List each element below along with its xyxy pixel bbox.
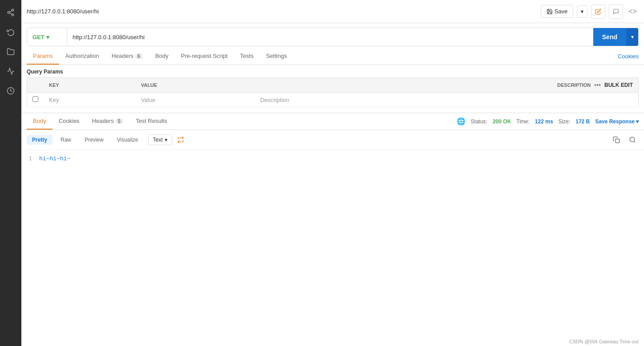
url-input[interactable] (67, 28, 593, 46)
svg-point-7 (630, 137, 635, 142)
value-cell[interactable]: Value (136, 93, 255, 107)
share-icon[interactable] (3, 4, 19, 20)
history-icon[interactable] (3, 24, 19, 40)
format-visualize-button[interactable]: Visualize (112, 135, 144, 145)
copy-button[interactable] (610, 134, 623, 146)
main-content: http://127.0.0.1:8080/user/hi Save ▾ (21, 0, 644, 346)
svg-point-2 (12, 14, 14, 16)
send-chevron-button[interactable]: ▾ (626, 28, 638, 46)
line-number-1: 1 (21, 155, 39, 162)
response-tab-cookies-label: Cookies (59, 118, 80, 124)
tab-body[interactable]: Body (149, 48, 175, 65)
tab-body-label: Body (155, 53, 169, 59)
status-value: 200 OK (493, 118, 511, 125)
response-tab-test-results-label: Test Results (136, 118, 167, 124)
url-display: http://127.0.0.1:8080/user/hi (27, 8, 541, 15)
svg-point-0 (12, 9, 14, 12)
table-row: Key Value Description (27, 93, 639, 107)
response-tab-headers-label: Headers (92, 118, 114, 124)
clock-icon[interactable] (3, 83, 19, 99)
comment-button[interactable] (609, 4, 623, 19)
type-chevron-icon: ▾ (165, 137, 167, 143)
type-selector-label: Text (153, 137, 163, 143)
tab-authorization-label: Authorization (65, 53, 99, 59)
th-description: DESCRIPTION ••• Bulk Edit (255, 78, 639, 93)
tab-headers-badge: 6 (135, 53, 143, 59)
response-tab-headers[interactable]: Headers5 (86, 113, 130, 130)
svg-rect-6 (616, 139, 620, 143)
size-label: Size: (559, 118, 571, 125)
svg-line-4 (9, 11, 12, 12)
svg-line-8 (634, 141, 635, 142)
method-label: GET (32, 34, 45, 41)
format-raw-button[interactable]: Raw (55, 135, 77, 145)
response-tab-cookies[interactable]: Cookies (53, 113, 86, 130)
collection-icon[interactable] (3, 44, 19, 60)
tab-settings-label: Settings (266, 53, 287, 59)
tab-headers-label: Headers (112, 53, 134, 59)
edit-button[interactable] (591, 4, 605, 19)
method-chevron-icon: ▾ (46, 34, 49, 41)
sidebar (0, 0, 21, 346)
row-checkbox[interactable] (27, 93, 44, 107)
size-value: 172 B (575, 118, 590, 125)
svg-point-1 (8, 12, 10, 14)
save-label: Save (555, 8, 568, 15)
response-section: Body Cookies Headers5 Test Results 🌐 Sta… (21, 113, 644, 346)
globe-icon: 🌐 (457, 117, 466, 126)
response-tab-test-results[interactable]: Test Results (130, 113, 174, 130)
bulk-edit-button[interactable]: Bulk Edit (604, 82, 633, 88)
time-value: 122 ms (535, 118, 553, 125)
send-label: Send (602, 33, 617, 41)
response-actions (610, 134, 639, 146)
method-selector[interactable]: GET ▾ (27, 28, 67, 46)
tab-headers[interactable]: Headers6 (105, 48, 149, 65)
tab-pre-request[interactable]: Pre-request Script (175, 48, 234, 65)
query-params-title: Query Params (27, 69, 639, 75)
save-button[interactable]: Save (541, 5, 574, 18)
response-tabs: Body Cookies Headers5 Test Results 🌐 Sta… (21, 113, 644, 130)
response-tab-body[interactable]: Body (27, 113, 53, 130)
search-button[interactable] (626, 134, 639, 146)
type-selector[interactable]: Text ▾ (148, 134, 172, 145)
query-params-section: Query Params KEY VALUE DESCRIPTION ••• (21, 65, 644, 109)
format-preview-button[interactable]: Preview (79, 135, 109, 145)
th-checkbox (27, 78, 44, 93)
tab-settings[interactable]: Settings (260, 48, 293, 65)
status-label: Status: (471, 118, 487, 125)
footer: CSDN @504 Gateway Time-out (564, 337, 644, 346)
tab-params-label: Params (33, 53, 53, 59)
tab-params[interactable]: Params (27, 48, 59, 65)
format-bar: Pretty Raw Preview Visualize Text ▾ (21, 130, 644, 150)
save-response-button[interactable]: Save Response ▾ (595, 118, 639, 125)
wrap-button[interactable] (175, 134, 186, 146)
format-pretty-button[interactable]: Pretty (27, 135, 53, 145)
tab-tests[interactable]: Tests (234, 48, 259, 65)
svg-line-3 (9, 13, 12, 14)
tab-authorization[interactable]: Authorization (59, 48, 105, 65)
response-content: hi~hi~hi~ (39, 155, 70, 162)
code-button[interactable]: <> (627, 6, 639, 17)
response-tab-headers-badge: 5 (115, 118, 123, 124)
description-cell[interactable]: Description (255, 93, 639, 107)
tab-pre-request-label: Pre-request Script (181, 53, 228, 59)
monitor-icon[interactable] (3, 63, 19, 79)
footer-text: CSDN @504 Gateway Time-out (569, 339, 639, 344)
response-meta: 🌐 Status: 200 OK Time: 122 ms Size: 172 … (457, 117, 639, 126)
time-label: Time: (516, 118, 530, 125)
request-bar: GET ▾ Send ▾ (27, 28, 639, 46)
top-bar-actions: Save ▾ <> (541, 4, 639, 19)
row-checkbox-input[interactable] (32, 96, 38, 102)
save-chevron-button[interactable]: ▾ (577, 5, 587, 18)
request-tabs: Params Authorization Headers6 Body Pre-r… (21, 48, 644, 65)
tab-tests-label: Tests (240, 53, 253, 59)
th-value: VALUE (136, 78, 255, 93)
response-tab-body-label: Body (33, 118, 46, 124)
send-button[interactable]: Send (593, 28, 626, 46)
th-key: KEY (44, 78, 136, 93)
top-bar: http://127.0.0.1:8080/user/hi Save ▾ (21, 0, 644, 23)
cookies-link[interactable]: Cookies (618, 53, 639, 60)
key-cell[interactable]: Key (44, 93, 136, 107)
response-body: 1hi~hi~hi~ (21, 150, 644, 346)
more-options-icon[interactable]: ••• (594, 81, 601, 89)
